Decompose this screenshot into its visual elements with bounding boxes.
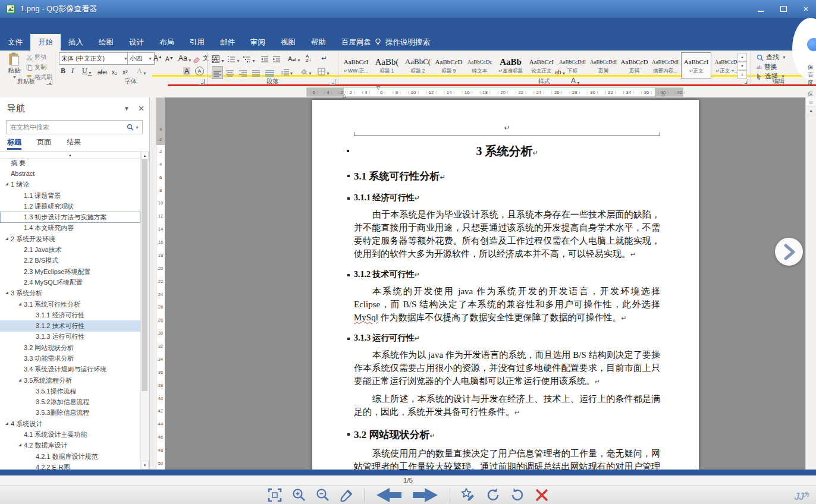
maximize-button[interactable] <box>779 5 787 13</box>
bold-button: B <box>61 66 65 75</box>
nav-heading-item: 4 系统设计 <box>0 418 140 429</box>
style-card: AaBbCcDc 纯文本 <box>465 52 495 78</box>
caret-down-icon: ▼ <box>146 56 152 61</box>
replace-label: 替换 <box>764 62 777 71</box>
close-icon: × <box>804 5 809 13</box>
clipboard-dialog-launcher <box>46 79 52 85</box>
ruler-number: 24 <box>158 292 163 297</box>
rotate-right-button[interactable] <box>510 487 525 502</box>
asian-layout-button: A⇄▼ <box>288 53 301 62</box>
justify-button <box>252 67 260 77</box>
scrollbar-thumb <box>142 159 147 391</box>
minimize-button[interactable] <box>757 5 765 13</box>
toolbar-divider <box>364 488 365 502</box>
scrollbar-up-icon: ▲ <box>806 106 816 115</box>
ruler-number: 4 <box>321 90 335 95</box>
ruler-number: 16 <box>158 240 163 245</box>
text-effects-button: A▼ <box>137 66 147 75</box>
zoom-in-button[interactable] <box>292 488 306 502</box>
nav-heading-item: 2.3 MyEclipse环境配置 <box>0 266 140 277</box>
document-page: ↵ 3 系统分析↵3.1 系统可行性分析↵3.1.1 经济可行性↵由于本系统是作… <box>312 100 699 470</box>
ruler-number: 6 <box>307 90 321 95</box>
previous-image-button[interactable] <box>375 487 402 503</box>
ruler-number: 12 <box>158 214 163 219</box>
nav-heading-label: 4.1 系统设计主要功能 <box>24 430 87 439</box>
nav-options-caret-icon: ▼ <box>124 105 130 112</box>
nav-heading-label: 3 系统分析 <box>11 289 42 298</box>
zoom-out-button[interactable] <box>316 488 329 502</box>
style-name: 标题 9 <box>441 68 456 75</box>
ruler-number: 20 <box>158 266 163 271</box>
ruler-number: 34 <box>620 90 637 95</box>
nav-heading-label: 4.2.1 数据库设计规范 <box>36 452 98 461</box>
fit-screen-button[interactable] <box>268 488 282 502</box>
viewer-titlebar: 1.png - QQ影像查看器 × <box>0 0 816 18</box>
font-name-select: 宋体 (中文正文)▼ <box>59 52 130 65</box>
nav-heading-label: 1.1 课题背景 <box>24 191 61 200</box>
next-image-button[interactable] <box>412 487 440 503</box>
style-name: ↵正文 +... <box>715 68 739 75</box>
edit-star-button[interactable] <box>460 487 475 502</box>
nav-heading-item: 摘 要 <box>0 158 140 168</box>
paragraph-mark: ↵ <box>622 314 627 322</box>
nav-heading-item: Abstract <box>0 168 140 179</box>
baidu-clip-label: 保 <box>806 90 816 98</box>
paragraph-mark: ↵ <box>415 271 420 279</box>
search-caret-icon: ▼ <box>135 125 139 130</box>
doc-p: 系统使用用户的数量直接决定了用户信息管理者的工作量，毫无疑问，网站管理者的工作量… <box>354 447 660 470</box>
nav-heading-item: 3.5.2添加信息流程 <box>0 397 140 408</box>
nav-heading-label: 3.1.1 经济可行性 <box>36 311 85 320</box>
rotate-left-button[interactable] <box>485 487 500 502</box>
style-card: AaBbCcDdI 下标 <box>557 52 588 78</box>
baidu-clip-line1: 保 <box>806 64 816 71</box>
doc-p: 本系统作为以 java 作为开发语言的系统，而且选用 B/S 结构则决定了要操作… <box>354 348 660 389</box>
style-card: AaBbCcDdI 摘要内容... <box>650 52 680 78</box>
nav-heading-label: 3.2 网站现状分析 <box>24 344 74 352</box>
find-button: 查找▼ <box>757 53 786 62</box>
baidu-save-clipped-group: 保 百度 保 <box>806 51 816 86</box>
navigation-title: 导航 <box>7 103 25 114</box>
style-sample: AaBbCcD <box>435 56 463 68</box>
align-left-icon <box>214 71 221 77</box>
doc-h3: 3.1.2 技术可行性↵ <box>354 269 660 281</box>
nav-tab: 标题 <box>7 136 21 150</box>
doc-h1: 3 系统分析↵ <box>354 143 660 161</box>
font-size-select: 小四▼ <box>127 52 155 65</box>
nav-heading-label: 2.4 MySQL环境配置 <box>24 278 83 287</box>
ruler-number: 8 <box>159 188 162 193</box>
scroll-up-mini-icon: ▲ <box>68 153 72 157</box>
star-edit-icon <box>460 487 475 502</box>
style-card: AaBbCcDdI 页脚 <box>588 52 619 78</box>
ruler-number: 4 <box>159 162 162 167</box>
nav-heading-label: 2.1 Java技术 <box>24 245 62 254</box>
doc-h2: 3.1 系统可行性分析↵ <box>354 169 660 185</box>
search-icon <box>127 124 134 131</box>
paste-icon <box>8 52 21 67</box>
delete-button[interactable] <box>535 489 548 502</box>
ruler-number: 50 <box>158 461 163 466</box>
find-label: 查找 <box>766 53 779 62</box>
copy-icon <box>26 64 33 71</box>
nav-heading-label: 3.1 系统可行性分析 <box>24 300 80 309</box>
paragraph-dialog-launcher <box>329 79 335 85</box>
ruler-number: 36 <box>638 90 655 95</box>
rotate-ccw-icon <box>485 487 500 502</box>
nav-heading-label: 3.5.2添加信息流程 <box>36 398 89 407</box>
paragraph-mark: ↵ <box>440 174 445 181</box>
style-sample: AaBb( <box>375 56 399 68</box>
annotate-brush-button[interactable] <box>340 488 354 502</box>
replace-icon: ab <box>757 64 762 70</box>
next-image-fab[interactable] <box>775 238 803 266</box>
nav-heading-label: Abstract <box>11 170 34 177</box>
word-status-bar <box>0 470 816 475</box>
nav-heading-item: 4.1 系统设计主要功能 <box>0 429 140 440</box>
ruler-number: 30 <box>584 90 601 95</box>
nav-heading-label: 3.5.3删除信息流程 <box>36 408 89 417</box>
paste-label: 粘贴 <box>8 67 21 75</box>
expand-triangle-icon <box>18 303 21 305</box>
nav-heading-label: 3.1.3 运行可行性 <box>36 332 85 341</box>
nav-heading-list: 摘 要 Abstract 1 绪论 1.1 课题背景 1.2 课题研究现状 <box>0 158 140 470</box>
close-button[interactable]: × <box>802 5 810 13</box>
nav-heading-item: 3.5.3删除信息流程 <box>0 408 140 418</box>
nav-heading-label: 4 系统设计 <box>11 420 42 429</box>
